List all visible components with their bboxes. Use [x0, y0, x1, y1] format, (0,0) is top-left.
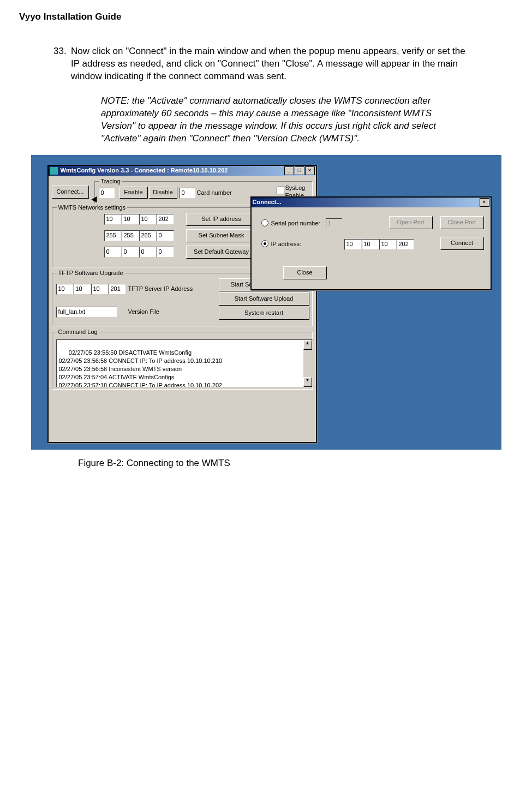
subnet-1[interactable]: 255: [104, 230, 122, 241]
ip-radio[interactable]: [261, 240, 268, 247]
open-port-button: Open Port: [389, 216, 433, 229]
connect-button[interactable]: Connect: [440, 237, 484, 250]
tftp-ip-label: TFTP Server IP Address: [128, 285, 193, 293]
connect-close-x[interactable]: ×: [480, 198, 489, 207]
ip-2[interactable]: 10: [122, 214, 139, 225]
ip-radio-label: IP address:: [271, 240, 301, 248]
close-window-button[interactable]: ×: [305, 166, 315, 175]
note-block: NOTE: the "Activate" command automatical…: [101, 95, 447, 145]
ip-4[interactable]: 202: [157, 214, 174, 225]
serial-label: Serial port number: [271, 219, 321, 228]
connect-dialog: Connect... × Serial port number 1 Open P…: [250, 196, 492, 290]
set-subnet-button[interactable]: Set Subnet Mask: [186, 229, 257, 242]
scroll-down-icon[interactable]: ▼: [303, 377, 312, 387]
titlebar[interactable]: WmtsConfig Version 3.3 - Connected : Rem…: [49, 166, 316, 176]
step-number: 33.: [53, 45, 67, 58]
tftp-ip-2[interactable]: 10: [74, 284, 91, 295]
gw-4[interactable]: 0: [157, 247, 174, 258]
card-number-input[interactable]: 0: [180, 188, 196, 199]
connect-title: Connect...: [253, 198, 477, 206]
scroll-up-icon[interactable]: ▲: [303, 340, 312, 350]
subnet-4[interactable]: 0: [157, 230, 174, 241]
gw-2[interactable]: 0: [122, 247, 139, 258]
ip-3[interactable]: 10: [139, 214, 157, 225]
tracing-value-input[interactable]: 0: [99, 188, 115, 199]
start-upload-button[interactable]: Start Software Upload: [219, 292, 309, 306]
set-ip-button[interactable]: Set IP address: [186, 213, 257, 226]
syslog-checkbox[interactable]: [277, 187, 284, 194]
subnet-3[interactable]: 255: [139, 230, 157, 241]
log-scrollbar[interactable]: ▲ ▼: [303, 340, 312, 387]
close-port-button: Close Port: [440, 216, 484, 229]
card-number-label: Card number: [197, 189, 232, 197]
version-file-input[interactable]: full_lan.txt: [56, 307, 117, 318]
page-header: Vyyo Installation Guide: [19, 11, 513, 23]
window-title: WmtsConfig Version 3.3 - Connected : Rem…: [61, 166, 282, 175]
figure-caption: Figure B-2: Connecting to the WMTS: [78, 457, 513, 470]
tracing-disable-button[interactable]: Disable: [149, 187, 177, 199]
app-icon: [50, 166, 58, 175]
system-restart-button[interactable]: System restart: [219, 307, 309, 320]
ip-1[interactable]: 10: [104, 214, 122, 225]
tftp-ip-4[interactable]: 201: [109, 284, 126, 295]
gw-1[interactable]: 0: [104, 247, 122, 258]
minimize-button[interactable]: _: [284, 166, 294, 175]
close-button[interactable]: Close: [283, 266, 327, 279]
maximize-button[interactable]: □: [295, 166, 304, 175]
subnet-2[interactable]: 255: [122, 230, 139, 241]
gw-3[interactable]: 0: [139, 247, 157, 258]
tracing-enable-button[interactable]: Enable: [119, 187, 148, 199]
connect-ip-3[interactable]: 10: [379, 239, 397, 250]
connect-ip-4[interactable]: 202: [397, 239, 414, 250]
command-log-lines: 02/27/05 23:56:50 DISACTIVATE WmtsConfig…: [59, 349, 223, 387]
tftp-ip-3[interactable]: 10: [91, 284, 109, 295]
command-log[interactable]: 02/27/05 23:56:50 DISACTIVATE WmtsConfig…: [56, 339, 313, 387]
connect-main-button[interactable]: Connect...: [52, 186, 89, 199]
version-file-label: Version File: [128, 308, 159, 316]
connect-ip-1[interactable]: 10: [344, 239, 362, 250]
figure-screenshot: WmtsConfig Version 3.3 - Connected : Rem…: [31, 155, 501, 450]
tftp-ip-1[interactable]: 10: [56, 284, 74, 295]
connect-ip-2[interactable]: 10: [362, 239, 379, 250]
step-text: Now click on "Connect" in the main windo…: [71, 46, 465, 81]
serial-radio[interactable]: [261, 219, 268, 226]
set-gateway-button[interactable]: Set Default Gateway: [186, 246, 257, 259]
connect-titlebar[interactable]: Connect... ×: [252, 198, 491, 207]
serial-input: 1: [326, 218, 342, 229]
step-33: 33. Now click on "Connect" in the main w…: [71, 45, 469, 83]
